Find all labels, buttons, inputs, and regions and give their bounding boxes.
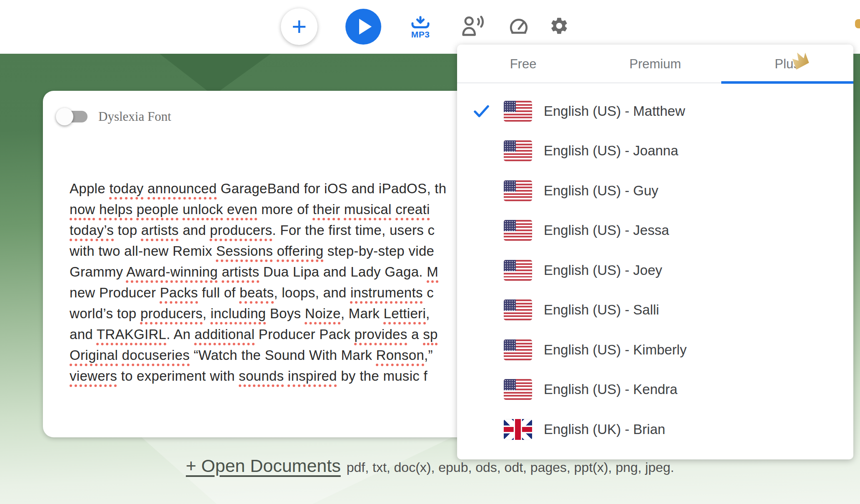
highlighted-word: people <box>137 202 179 217</box>
tab-plus[interactable]: Plus <box>721 45 853 83</box>
text-segment: a <box>408 327 423 342</box>
text-segment: Dua Lipa and Lady Gaga. <box>259 264 427 279</box>
highlighted-word: Ronson <box>376 347 425 363</box>
tab-premium[interactable]: Premium <box>589 45 721 83</box>
text-segment: , <box>202 306 210 321</box>
highlighted-word: today’s <box>70 222 114 238</box>
supported-formats-label: pdf, txt, doc(x), epub, ods, odt, pages,… <box>347 460 674 475</box>
highlighted-word: docuseries <box>122 347 190 363</box>
highlighted-word: Lettieri <box>384 306 426 321</box>
text-segment <box>95 202 99 217</box>
voice-label: English (US) - Kimberly <box>544 342 687 358</box>
voice-option[interactable]: English (US) - Kimberly <box>457 330 853 370</box>
voice-list: English (US) - Matthew English (US) - Jo… <box>457 91 853 449</box>
voice-selection-button[interactable] <box>461 15 485 38</box>
plus-icon: + <box>292 11 307 41</box>
text-segment: , Mark <box>341 306 384 321</box>
person-voice-icon <box>461 15 485 37</box>
text-line: Grammy Award-winning artists Dua Lipa an… <box>70 262 446 282</box>
voice-option[interactable]: English (US) - Guy <box>457 171 853 211</box>
download-icon <box>410 16 431 28</box>
document-text[interactable]: Apple today announced GarageBand for iOS… <box>70 178 446 387</box>
flag-icon <box>504 101 532 122</box>
highlighted-word: Sessions <box>216 243 273 259</box>
highlighted-word: viewers <box>70 368 117 384</box>
voice-option[interactable]: English (US) - Kendra <box>457 370 853 410</box>
voice-option[interactable]: English (US) - Joanna <box>457 131 853 171</box>
text-segment: and <box>70 327 97 342</box>
highlighted-word: Packs <box>160 285 198 300</box>
highlighted-word: inspired <box>288 368 337 384</box>
text-segment: Boys <box>266 306 305 321</box>
flag-icon <box>504 379 532 400</box>
highlighted-word: now <box>70 202 95 217</box>
highlighted-word: musical <box>344 202 392 217</box>
highlighted-word: unlock <box>182 202 223 217</box>
play-button[interactable] <box>345 9 381 45</box>
flag-icon <box>504 299 532 320</box>
text-segment: and <box>179 222 210 238</box>
highlighted-word: sp <box>423 327 438 342</box>
text-segment <box>284 368 288 384</box>
voice-label: English (US) - Guy <box>544 183 658 199</box>
text-segment: full of <box>198 285 240 300</box>
highlighted-word: TRAKGIRL <box>97 327 166 342</box>
tab-free[interactable]: Free <box>457 45 589 83</box>
highlighted-word: Award-winning <box>126 264 218 279</box>
highlighted-word: including <box>210 306 266 321</box>
speedometer-icon <box>508 15 529 37</box>
flag-icon <box>504 140 532 161</box>
text-segment: . For the first time, users c <box>272 222 435 238</box>
voice-option[interactable]: English (US) - Salli <box>457 290 853 330</box>
text-segment <box>340 202 344 217</box>
text-segment: Apple <box>70 181 109 196</box>
voice-option[interactable]: English (US) - Joey <box>457 250 853 290</box>
voice-tabs: Free Premium Plus <box>457 45 853 83</box>
text-segment: by the music f <box>337 368 428 384</box>
text-segment: top <box>114 222 141 238</box>
text-segment: Grammy <box>70 264 126 279</box>
voice-option[interactable]: English (UK) - Brian <box>457 409 853 449</box>
text-line: Original docuseries “Watch the Sound Wit… <box>70 345 446 366</box>
voice-option[interactable]: English (US) - Jessa <box>457 211 853 251</box>
text-segment: new Producer <box>70 285 160 300</box>
highlighted-word: additional <box>195 327 255 342</box>
text-segment: Producer Pack <box>255 327 354 342</box>
text-segment: ,” <box>424 347 433 363</box>
text-line: with two all-new Remix Sessions offering… <box>70 241 446 262</box>
play-icon <box>359 19 372 35</box>
text-line: world’s top producers, including Boys No… <box>70 303 446 324</box>
highlighted-word: Original <box>70 347 118 363</box>
text-line: new Producer Packs full of beats, loops,… <box>70 282 446 303</box>
text-segment: “Watch the Sound With Mark <box>190 347 376 363</box>
highlighted-word: instruments <box>350 285 423 300</box>
voice-selection-panel: Free Premium Plus English (US) - Matthew <box>457 45 853 459</box>
active-tab-indicator <box>721 81 853 84</box>
open-documents-link[interactable]: + Open Documents <box>186 456 341 476</box>
voice-option[interactable]: English (US) - Matthew <box>457 91 853 131</box>
text-line: today’s top artists and producers. For t… <box>70 220 446 241</box>
download-mp3-button[interactable]: MP3 <box>408 16 433 40</box>
highlighted-word: artists <box>222 264 259 279</box>
text-segment <box>144 181 148 196</box>
highlighted-word: provides <box>354 327 407 342</box>
dyslexia-font-toggle[interactable]: Dyslexia Font <box>58 109 171 124</box>
toggle-switch[interactable] <box>58 111 88 122</box>
voice-label: English (US) - Joey <box>544 262 662 278</box>
text-segment: , loops, and <box>274 285 350 300</box>
highlighted-word: helps <box>99 202 132 217</box>
text-segment: , <box>426 306 430 321</box>
highlighted-word: sounds <box>239 368 284 384</box>
add-text-button[interactable]: + <box>281 8 318 45</box>
settings-button[interactable] <box>549 16 569 37</box>
voice-label: English (UK) - Brian <box>544 422 665 437</box>
speed-button[interactable] <box>508 15 529 38</box>
text-line: now helps people unlock even more of the… <box>70 199 446 220</box>
text-line: viewers to experiment with sounds inspir… <box>70 366 446 387</box>
highlighted-word: producers <box>140 306 202 321</box>
text-segment <box>118 347 122 363</box>
text-segment: world’s top <box>70 306 140 321</box>
text-line: and TRAKGIRL. An additional Producer Pac… <box>70 324 446 345</box>
mp3-label: MP3 <box>408 30 433 40</box>
toggle-knob <box>56 108 73 125</box>
